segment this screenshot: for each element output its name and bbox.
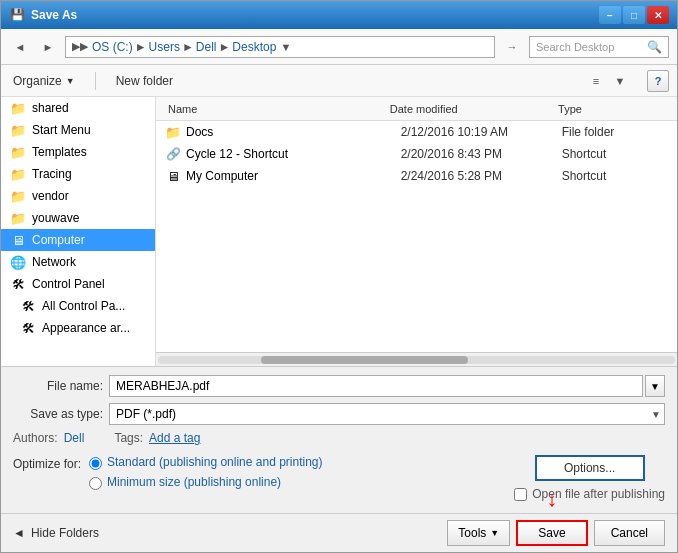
save-button[interactable]: Save xyxy=(516,520,587,546)
new-folder-button[interactable]: New folder xyxy=(112,72,177,90)
sidebar-item-youwave[interactable]: 📁 youwave xyxy=(1,207,155,229)
table-row[interactable]: 🖥 My Computer 2/24/2016 5:28 PM Shortcut xyxy=(156,165,677,187)
sidebar-item-network[interactable]: 🌐 Network xyxy=(1,251,155,273)
file-date: 2/12/2016 10:19 AM xyxy=(401,125,562,139)
scrollbar-thumb xyxy=(261,356,468,364)
col-header-name[interactable]: Name xyxy=(164,103,386,115)
view-list-button[interactable]: ≡ xyxy=(585,70,607,92)
shortcut-icon: 🔗 xyxy=(164,145,182,163)
optimize-label-row: Optimize for: Standard (publishing onlin… xyxy=(13,455,502,494)
file-date: 2/24/2016 5:28 PM xyxy=(401,169,562,183)
save-button-container: ↓ Save xyxy=(516,520,587,546)
sidebar-item-shared[interactable]: 📁 shared xyxy=(1,97,155,119)
sidebar-item-tracing[interactable]: 📁 Tracing xyxy=(1,163,155,185)
network-icon: 🌐 xyxy=(9,253,27,271)
table-row[interactable]: 📁 Docs 2/12/2016 10:19 AM File folder xyxy=(156,121,677,143)
sidebar-item-computer[interactable]: 🖥 Computer xyxy=(1,229,155,251)
organize-chevron-icon: ▼ xyxy=(66,76,75,86)
file-area: Name Date modified Type 📁 Docs 2/12/2016… xyxy=(156,97,677,366)
path-users[interactable]: Users xyxy=(149,40,180,54)
toolbar: Organize ▼ New folder ≡ ▼ ? xyxy=(1,65,677,97)
col-header-type[interactable]: Type xyxy=(554,103,669,115)
chevron-left-icon: ◄ xyxy=(13,526,25,540)
minimize-button[interactable]: − xyxy=(599,6,621,24)
folder-icon: 📁 xyxy=(9,143,27,161)
title-bar-buttons: − □ ✕ xyxy=(599,6,669,24)
address-go-button[interactable]: → xyxy=(501,36,523,58)
path-dell[interactable]: Dell xyxy=(196,40,217,54)
address-path[interactable]: ▶▶ OS (C:) ► Users ► Dell ► Desktop ▼ xyxy=(65,36,495,58)
view-dropdown-button[interactable]: ▼ xyxy=(609,70,631,92)
filename-dropdown-arrow[interactable]: ▼ xyxy=(645,375,665,397)
window-title: Save As xyxy=(31,8,599,22)
bottom-area: File name: ▼ Save as type: PDF (*.pdf) ▼… xyxy=(1,366,677,513)
table-row[interactable]: 🔗 Cycle 12 - Shortcut 2/20/2016 8:43 PM … xyxy=(156,143,677,165)
tools-label: Tools xyxy=(458,526,486,540)
optimize-section: Optimize for: Standard (publishing onlin… xyxy=(13,455,502,494)
sidebar-label-network: Network xyxy=(32,255,76,269)
folder-icon: 📁 xyxy=(9,121,27,139)
back-button[interactable]: ◄ xyxy=(9,36,31,58)
standard-radio[interactable] xyxy=(89,457,102,470)
control-panel-icon: 🛠 xyxy=(9,275,27,293)
minimum-radio-row: Minimum size (publishing online) xyxy=(89,475,322,491)
open-after-row: Open file after publishing xyxy=(514,487,665,501)
col-header-date[interactable]: Date modified xyxy=(386,103,554,115)
sidebar-label-youwave: youwave xyxy=(32,211,79,225)
path-drive[interactable]: OS (C:) xyxy=(92,40,133,54)
authors-label: Authors: xyxy=(13,431,58,445)
folder-icon: 📁 xyxy=(9,165,27,183)
tools-chevron-icon: ▼ xyxy=(490,528,499,538)
title-bar: 💾 Save As − □ ✕ xyxy=(1,1,677,29)
radio-options: Standard (publishing online and printing… xyxy=(89,455,322,494)
hide-folders-label: Hide Folders xyxy=(31,526,99,540)
action-buttons: Options... Open file after publishing xyxy=(514,455,665,501)
view-icons: ≡ ▼ xyxy=(585,70,631,92)
savetype-row: Save as type: PDF (*.pdf) ▼ xyxy=(13,403,665,425)
filename-label: File name: xyxy=(13,379,103,393)
savetype-select[interactable]: PDF (*.pdf) xyxy=(109,403,665,425)
authors-value[interactable]: Dell xyxy=(64,431,85,445)
filename-input[interactable] xyxy=(109,375,643,397)
tags-label: Tags: xyxy=(114,431,143,445)
window-icon: 💾 xyxy=(9,7,25,23)
forward-button[interactable]: ► xyxy=(37,36,59,58)
minimum-radio[interactable] xyxy=(89,477,102,490)
maximize-button[interactable]: □ xyxy=(623,6,645,24)
hide-folders-toggle[interactable]: ◄ Hide Folders xyxy=(13,526,99,540)
new-folder-label: New folder xyxy=(116,74,173,88)
sidebar-item-templates[interactable]: 📁 Templates xyxy=(1,141,155,163)
sidebar-label-start-menu: Start Menu xyxy=(32,123,91,137)
sidebar: 📁 shared 📁 Start Menu 📁 Templates 📁 Trac… xyxy=(1,97,156,366)
path-desktop[interactable]: Desktop xyxy=(232,40,276,54)
toolbar-separator xyxy=(95,72,96,90)
sidebar-label-all-control-panel: All Control Pa... xyxy=(42,299,125,313)
sidebar-label-control-panel: Control Panel xyxy=(32,277,105,291)
folder-icon: 📁 xyxy=(164,123,182,141)
tools-button[interactable]: Tools ▼ xyxy=(447,520,510,546)
help-button[interactable]: ? xyxy=(647,70,669,92)
cancel-button[interactable]: Cancel xyxy=(594,520,665,546)
sidebar-item-all-control-panel[interactable]: 🛠 All Control Pa... xyxy=(1,295,155,317)
sidebar-item-control-panel[interactable]: 🛠 Control Panel xyxy=(1,273,155,295)
options-button[interactable]: Options... xyxy=(535,455,645,481)
savetype-label: Save as type: xyxy=(13,407,103,421)
sidebar-item-appearance[interactable]: 🛠 Appearance ar... xyxy=(1,317,155,339)
close-button[interactable]: ✕ xyxy=(647,6,669,24)
tags-link[interactable]: Add a tag xyxy=(149,431,200,445)
organize-label: Organize xyxy=(13,74,62,88)
organize-button[interactable]: Organize ▼ xyxy=(9,72,79,90)
open-after-checkbox[interactable] xyxy=(514,488,527,501)
search-box[interactable]: Search Desktop 🔍 xyxy=(529,36,669,58)
tags-meta: Tags: Add a tag xyxy=(114,431,200,445)
computer-icon: 🖥 xyxy=(9,231,27,249)
file-name: Cycle 12 - Shortcut xyxy=(186,147,401,161)
sidebar-item-vendor[interactable]: 📁 vendor xyxy=(1,185,155,207)
sidebar-item-start-menu[interactable]: 📁 Start Menu xyxy=(1,119,155,141)
file-name: My Computer xyxy=(186,169,401,183)
standard-radio-row: Standard (publishing online and printing… xyxy=(89,455,322,471)
horizontal-scrollbar[interactable] xyxy=(156,352,677,366)
folder-icon: 📁 xyxy=(9,187,27,205)
appearance-icon: 🛠 xyxy=(19,319,37,337)
file-type: Shortcut xyxy=(562,169,669,183)
